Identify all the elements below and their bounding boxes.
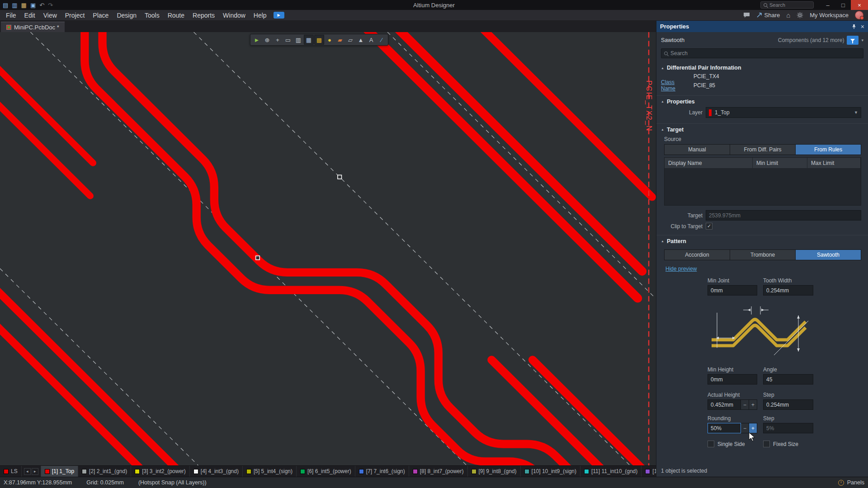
rounding-decrement-button[interactable]: − <box>741 423 749 433</box>
home-icon[interactable]: ⌂ <box>786 12 790 19</box>
target-length-input[interactable] <box>706 210 861 221</box>
pattern-option-sawtooth[interactable]: Sawtooth <box>796 250 861 260</box>
guide-line[interactable] <box>0 263 198 465</box>
actual-height-increment-button[interactable]: + <box>749 399 757 410</box>
step-input-2[interactable] <box>763 423 813 433</box>
source-option-from-diff-pairs[interactable]: From Diff. Pairs <box>730 145 796 155</box>
menu-view[interactable]: View <box>39 10 61 20</box>
class-name-label[interactable]: Class Name <box>661 79 689 92</box>
column-header-display-name[interactable]: Display Name <box>665 158 753 168</box>
angle-input[interactable] <box>763 374 813 385</box>
panel-close-icon[interactable]: × <box>861 23 864 30</box>
menu-route[interactable]: Route <box>164 10 189 20</box>
trace-segment[interactable] <box>0 277 185 465</box>
layer-sets-button[interactable]: LS <box>0 466 22 477</box>
layer-tab-11-11-int10-gnd[interactable]: [11] 11_int10_(gnd) <box>580 466 642 477</box>
minimize-button[interactable]: – <box>820 0 835 10</box>
guide-line[interactable] <box>188 32 630 465</box>
diff-pair-trace-n[interactable] <box>85 32 561 465</box>
pcb-canvas[interactable]: PCIE_TX2_N ►⊕+▭▥▦▩●▰▱▲A∕ <box>0 32 656 465</box>
open-document-icon[interactable]: ▥ <box>12 2 17 8</box>
trace-segment[interactable] <box>475 32 652 197</box>
string-tool-icon[interactable]: A <box>366 35 376 45</box>
share-button[interactable]: Share <box>756 12 780 19</box>
pattern-option-trombone[interactable]: Trombone <box>730 250 796 260</box>
room-icon[interactable]: ▭ <box>283 35 293 45</box>
gradient-fill-icon[interactable]: ▱ <box>345 35 355 45</box>
document-tab[interactable]: MiniPC.PcbDoc * <box>1 22 65 32</box>
trace-segment[interactable] <box>0 313 148 465</box>
vertex-handle[interactable] <box>256 256 260 260</box>
menu-design[interactable]: Design <box>113 10 141 20</box>
filter-button[interactable] <box>847 36 859 45</box>
move-icon[interactable]: + <box>273 35 283 45</box>
layer-tab-9-9-int8-gnd[interactable]: [9] 9_int8_(gnd) <box>468 466 521 477</box>
step-input-1[interactable] <box>763 399 813 410</box>
layer-tab-3-3-int2-power[interactable]: [3] 3_int2_(power) <box>131 466 190 477</box>
global-search-box[interactable]: Search <box>760 1 814 9</box>
menu-help[interactable]: Help <box>250 10 271 20</box>
source-option-from-rules[interactable]: From Rules <box>796 145 861 155</box>
limits-table-body[interactable] <box>665 168 861 205</box>
new-document-icon[interactable]: ▤ <box>3 2 8 8</box>
section-target-header[interactable]: ▲ Target <box>656 123 868 133</box>
menu-edit[interactable]: Edit <box>20 10 39 20</box>
rounding-input[interactable] <box>708 423 741 433</box>
layer-scroll-right-button[interactable]: ▸ <box>32 468 38 475</box>
pattern-option-accordion[interactable]: Accordion <box>665 250 730 260</box>
column-header-min-limit[interactable]: Min Limit <box>753 158 807 168</box>
min-height-input[interactable] <box>708 374 757 385</box>
layer-tab-7-7-int6-sign[interactable]: [7] 7_int6_(sign) <box>355 466 409 477</box>
redo-icon[interactable]: ↷ <box>48 2 53 8</box>
line-tool-icon[interactable]: ∕ <box>377 35 387 45</box>
single-side-checkbox[interactable] <box>708 441 714 447</box>
scope-label[interactable]: Components (and 12 more) <box>778 37 844 43</box>
undo-icon[interactable]: ↶ <box>39 2 44 8</box>
section-pattern-header[interactable]: ▲ Pattern <box>656 235 868 245</box>
layer-tab-6-6-int5-power[interactable]: [6] 6_int5_(power) <box>297 466 355 477</box>
layer-tab-8-8-int7-power[interactable]: [8] 8_int7_(power) <box>409 466 468 477</box>
snap-point-icon[interactable]: ⊕ <box>262 35 272 45</box>
license-badge-icon[interactable]: ▶ <box>274 12 284 19</box>
comments-icon[interactable] <box>743 12 750 19</box>
user-avatar[interactable] <box>855 11 863 19</box>
trace-segment[interactable] <box>0 54 93 163</box>
settings-gear-icon[interactable] <box>797 12 803 19</box>
vertex-handle[interactable] <box>338 175 342 179</box>
close-button[interactable]: × <box>851 0 868 10</box>
maximize-button[interactable]: □ <box>835 0 851 10</box>
board-grid-icon[interactable]: ▥ <box>293 35 303 45</box>
layer-tab-10-10-int9-sign[interactable]: [10] 10_int9_(sign) <box>521 466 580 477</box>
min-joint-input[interactable] <box>708 285 757 296</box>
panel-search-box[interactable]: Search <box>661 48 863 58</box>
save-icon[interactable]: ▣ <box>30 2 36 8</box>
actual-height-input[interactable] <box>708 399 741 410</box>
open-project-icon[interactable]: ▦ <box>21 2 27 8</box>
fixed-size-checkbox[interactable] <box>763 441 770 447</box>
diff-pair-trace-p[interactable] <box>103 32 579 465</box>
menu-window[interactable]: Window <box>219 10 250 20</box>
interactive-route-icon[interactable]: ► <box>252 35 262 45</box>
hotspot-snap-icon[interactable]: ● <box>325 35 335 45</box>
rounding-increment-button[interactable]: + <box>749 423 757 433</box>
layer-tab-5-5-int4-sign[interactable]: [5] 5_int4_(sign) <box>243 466 297 477</box>
menu-project[interactable]: Project <box>61 10 89 20</box>
menu-tools[interactable]: Tools <box>141 10 164 20</box>
column-header-max-limit[interactable]: Max Limit <box>807 158 861 168</box>
layer-tab-4-4-int3-gnd[interactable]: [4] 4_int3_(gnd) <box>190 466 243 477</box>
tooth-width-input[interactable] <box>763 285 813 296</box>
menu-file[interactable]: File <box>2 10 20 20</box>
pad-entry-icon[interactable]: ▰ <box>335 35 345 45</box>
menu-place[interactable]: Place <box>89 10 113 20</box>
clip-to-target-checkbox[interactable]: ✓ <box>706 223 712 230</box>
layer-tab-12-12-int11-sign[interactable]: [12] 12_int11_(sign) <box>642 466 656 477</box>
section-properties-header[interactable]: ▲ Properties <box>656 95 868 105</box>
panels-button[interactable]: Panels <box>847 479 864 486</box>
hide-preview-link[interactable]: Hide preview <box>665 266 697 272</box>
actual-height-decrement-button[interactable]: − <box>741 399 749 410</box>
density-map-icon[interactable]: ▲ <box>356 35 366 45</box>
pin-icon[interactable] <box>851 24 857 29</box>
source-option-manual[interactable]: Manual <box>665 145 730 155</box>
layer-dropdown[interactable]: 1_Top ▼ <box>706 107 861 118</box>
layer-scroll-left-button[interactable]: ◂ <box>24 468 31 475</box>
